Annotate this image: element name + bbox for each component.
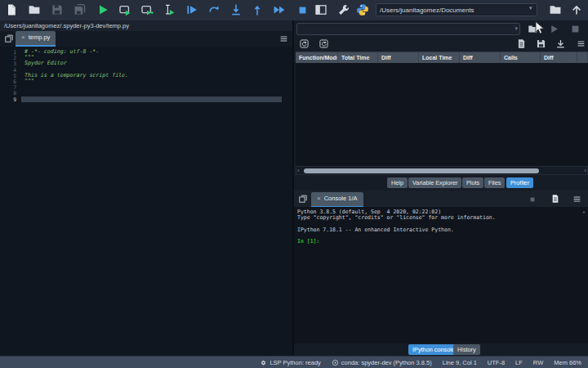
editor-pane: /Users/juanitagomez/.spyder-py3-dev/temp… xyxy=(0,20,292,356)
profiler-pane: ▾ Function/Modu Total Time Diff Local Ti… xyxy=(294,20,588,190)
conda-icon xyxy=(332,359,339,366)
line-number: 3 xyxy=(0,61,16,66)
tab-ipython-console[interactable]: IPython console xyxy=(408,344,459,355)
editor-line: 8 xyxy=(0,90,292,96)
console-banner-line: Type "copyright", "credits" or "license"… xyxy=(294,215,588,221)
line-number: 7 xyxy=(0,84,16,90)
tab-help[interactable]: Help xyxy=(387,177,408,188)
run-selection-icon[interactable] xyxy=(163,3,176,16)
run-cell-icon[interactable] xyxy=(118,3,131,16)
close-tab-icon[interactable]: × xyxy=(317,195,321,202)
editor-line: 5This is a temporary script file. xyxy=(0,73,292,79)
step-into-icon[interactable] xyxy=(229,3,243,16)
editor-code-area[interactable]: 1# -*- coding: utf-8 -*- 2""" 3Spyder Ed… xyxy=(0,47,292,358)
spyder-window: /Users/juanitagomez/Documents ▾ /Users/j… xyxy=(0,0,588,368)
lsp-gear-icon xyxy=(260,359,267,366)
python-environment-icon[interactable] xyxy=(356,3,369,16)
editor-line: 7 xyxy=(0,84,292,90)
col-local-time[interactable]: Local Time xyxy=(419,52,460,64)
editor-line: 1# -*- coding: utf-8 -*- xyxy=(0,49,292,55)
interrupt-kernel-icon[interactable] xyxy=(529,196,536,203)
scroll-up-icon[interactable]: ▴ xyxy=(582,209,586,215)
lsp-status-text: LSP Python: ready xyxy=(270,359,320,366)
line-number: 6 xyxy=(0,79,16,84)
tab-console-1a[interactable]: ×Console 1/A xyxy=(311,192,363,208)
profiler-table-body[interactable] xyxy=(296,63,588,166)
browse-tabs-icon[interactable] xyxy=(4,34,14,43)
status-bar: LSP Python: ready conda: spyder-dev (Pyt… xyxy=(0,356,588,368)
console-prompt[interactable]: In [1]: xyxy=(294,239,588,245)
save-all-icon[interactable] xyxy=(74,3,87,16)
maximize-pane-icon[interactable] xyxy=(314,3,327,16)
tab-history[interactable]: History xyxy=(453,344,480,355)
profiler-table-header: Function/Modu Total Time Diff Local Time… xyxy=(296,52,588,64)
console-options-menu-icon[interactable] xyxy=(572,195,581,204)
col-total-time[interactable]: Total Time xyxy=(338,52,378,64)
permissions-status: RW xyxy=(533,359,543,366)
col-diff-2[interactable]: Diff xyxy=(460,52,501,64)
tab-files[interactable]: Files xyxy=(484,177,505,188)
preferences-wrench-icon[interactable] xyxy=(337,3,350,16)
profiler-options-menu-icon[interactable] xyxy=(577,39,586,48)
new-console-icon[interactable] xyxy=(550,194,560,204)
save-icon[interactable] xyxy=(51,3,64,16)
scrollbar-thumb[interactable] xyxy=(304,168,539,174)
profiler-horizontal-scrollbar[interactable]: ‹ › xyxy=(296,166,588,175)
tab-label: temp.py xyxy=(29,34,51,41)
encoding-status: UTF-8 xyxy=(488,359,505,366)
console-output-area[interactable]: ▴ Python 3.8.5 (default, Sep 4 2020, 02:… xyxy=(294,207,588,346)
combobox-dropdown-icon[interactable]: ▾ xyxy=(514,25,518,32)
stop-debug-icon[interactable] xyxy=(297,5,308,16)
expand-icon[interactable] xyxy=(318,38,329,49)
run-file-icon[interactable] xyxy=(96,3,109,16)
col-partial xyxy=(577,52,588,64)
line-number: 1 xyxy=(0,49,16,55)
scroll-right-icon[interactable]: › xyxy=(584,167,586,174)
browse-working-directory-icon[interactable] xyxy=(549,3,562,16)
editor-line: 3Spyder Editor xyxy=(0,61,292,66)
parent-directory-icon[interactable] xyxy=(570,3,583,16)
working-directory-combobox[interactable]: /Users/juanitagomez/Documents xyxy=(376,3,537,16)
close-tab-icon[interactable]: × xyxy=(21,34,25,41)
save-data-icon[interactable] xyxy=(536,38,546,49)
run-cell-advance-icon[interactable] xyxy=(140,3,154,16)
profiler-script-combobox[interactable]: ▾ xyxy=(296,23,520,35)
memory-status: Mem 66% xyxy=(554,359,581,366)
step-return-icon[interactable] xyxy=(251,3,264,16)
code-text: # -*- coding: utf-8 -*- xyxy=(24,49,99,55)
working-directory-dropdown-icon[interactable]: ▾ xyxy=(529,5,532,11)
stop-profiling-icon[interactable] xyxy=(570,24,581,34)
new-file-icon[interactable] xyxy=(5,3,18,16)
tab-variable-explorer[interactable]: Variable Explorer xyxy=(408,177,461,188)
profiler-output-icon[interactable] xyxy=(516,38,527,49)
tab-plots[interactable]: Plots xyxy=(462,177,483,188)
continue-execution-icon[interactable] xyxy=(273,3,286,16)
line-number: 9 xyxy=(0,96,16,102)
editor-options-menu-icon[interactable] xyxy=(279,34,288,43)
cursor-position-status: Line 9, Col 1 xyxy=(443,359,477,366)
debug-file-icon[interactable] xyxy=(185,3,198,16)
line-number: 2 xyxy=(0,55,16,61)
scroll-left-icon[interactable]: ‹ xyxy=(297,167,300,174)
col-calls[interactable]: Calls xyxy=(501,52,541,64)
console-switcher-tabs: IPython console History xyxy=(294,343,588,356)
line-number: 4 xyxy=(0,67,16,73)
col-diff-1[interactable]: Diff xyxy=(378,52,419,64)
start-profiling-icon[interactable] xyxy=(549,24,559,34)
run-current-line-icon[interactable] xyxy=(207,3,220,16)
open-file-icon[interactable] xyxy=(28,3,41,16)
col-diff-3[interactable]: Diff xyxy=(541,52,577,64)
editor-tab-bar: ×temp.py xyxy=(0,31,292,47)
interpreter-status[interactable]: conda: spyder-dev (Python 3.8.5) xyxy=(332,359,432,366)
collapse-icon[interactable] xyxy=(299,38,310,49)
tab-label: Console 1/A xyxy=(324,195,358,202)
breadcrumb: /Users/juanitagomez/.spyder-py3-dev/temp… xyxy=(0,20,292,31)
interpreter-status-text: conda: spyder-dev (Python 3.8.5) xyxy=(341,359,432,366)
load-data-icon[interactable] xyxy=(555,38,566,49)
col-function-module[interactable]: Function/Modu xyxy=(296,52,338,64)
line-number: 5 xyxy=(0,73,16,79)
console-banner-line: IPython 7.18.1 -- An enhanced Interactiv… xyxy=(294,227,588,233)
tab-profiler[interactable]: Profiler xyxy=(506,177,533,188)
browse-tabs-icon[interactable] xyxy=(298,194,308,204)
tab-temp-py[interactable]: ×temp.py xyxy=(16,31,56,47)
